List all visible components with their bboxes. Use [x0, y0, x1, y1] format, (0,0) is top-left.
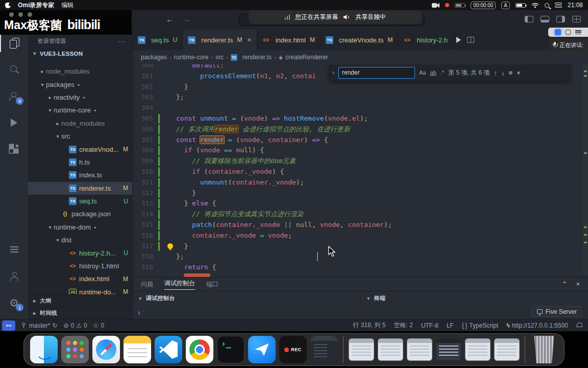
- dock-chrome-icon[interactable]: [186, 336, 213, 363]
- panel-close-icon[interactable]: ×: [576, 281, 580, 288]
- terminal-section[interactable]: ▾ 终端: [360, 291, 588, 305]
- nav-forward-icon[interactable]: →: [183, 15, 190, 24]
- indentation-status[interactable]: 空格: 2: [394, 321, 413, 330]
- dock-trash-icon[interactable]: [530, 336, 558, 363]
- stop-icon[interactable]: [566, 30, 571, 35]
- previous-match-icon[interactable]: ↑: [494, 69, 497, 77]
- match-case-icon[interactable]: Aa: [419, 70, 426, 76]
- tree-item-h.ts[interactable]: TSh.ts: [28, 156, 132, 169]
- code-editor[interactable]: 300 default:301 processElement(n1, n2, c…: [133, 64, 588, 277]
- account-icon[interactable]: [0, 263, 28, 289]
- tab-index.html[interactable]: <>index.htmlM: [257, 30, 321, 50]
- dock-window-thumbnail[interactable]: [349, 338, 374, 361]
- menu-app-name[interactable]: Omi录屏专家: [18, 1, 54, 10]
- tree-item-packages[interactable]: ▾packages●: [28, 78, 132, 90]
- dock-dingtalk-icon[interactable]: [248, 336, 276, 363]
- extensions-view-icon[interactable]: [0, 136, 28, 163]
- encoding-status[interactable]: UTF-8: [421, 322, 438, 329]
- lightbulb-icon[interactable]: [167, 243, 173, 249]
- tree-item-index.ts[interactable]: TSindex.ts: [28, 169, 132, 181]
- run-file-icon[interactable]: [456, 37, 461, 43]
- dock-launchpad-icon[interactable]: [61, 336, 89, 363]
- close-find-icon[interactable]: ×: [517, 69, 521, 77]
- debug-console-section[interactable]: ▾ 调试控制台: [133, 291, 360, 305]
- outline-section[interactable]: ▸ 大纲: [28, 294, 132, 307]
- camera-icon[interactable]: [432, 3, 439, 8]
- breadcrumb-src[interactable]: src: [215, 54, 224, 61]
- five-server-button[interactable]: Five Server: [532, 306, 582, 317]
- settings-gear-icon[interactable]: ⚙1: [0, 289, 28, 316]
- menubar-clock[interactable]: 21:08: [568, 2, 583, 9]
- menu-lines-icon[interactable]: [575, 30, 581, 34]
- problems-status[interactable]: ⊘ 0 ⚠ 0: [63, 322, 87, 329]
- outline-list-icon[interactable]: [0, 236, 28, 263]
- breadcrumb-symbol[interactable]: createRenderer: [285, 54, 328, 61]
- input-source-indicator[interactable]: A: [501, 2, 510, 9]
- tree-item-index.html[interactable]: <>index.htmlM: [28, 272, 132, 285]
- customize-layout-icon[interactable]: [572, 16, 581, 22]
- panel-maximize-icon[interactable]: ⌃: [562, 281, 567, 288]
- tree-item-dist[interactable]: ▾dist: [28, 234, 132, 246]
- tree-item-reactivity[interactable]: ▸reactivity●: [28, 91, 132, 104]
- dock-finder-icon[interactable]: [30, 336, 58, 363]
- find-in-selection-icon[interactable]: ≡: [508, 69, 512, 77]
- dock-safari-icon[interactable]: [92, 336, 120, 363]
- debug-console-prompt[interactable]: ›: [138, 308, 140, 316]
- breadcrumb-file[interactable]: renderer.ts: [242, 54, 272, 61]
- dock-window-thumbnail[interactable]: [494, 338, 520, 361]
- toggle-replace-icon[interactable]: ›: [332, 69, 334, 76]
- split-editor-icon[interactable]: [467, 37, 474, 43]
- dock-window-thumbnail[interactable]: [465, 338, 491, 361]
- run-debug-view-icon[interactable]: [0, 109, 28, 136]
- dock-window-thumbnail[interactable]: [407, 338, 432, 361]
- panel-tab-ports[interactable]: 端口: [206, 280, 218, 289]
- dock-vscode-icon[interactable]: [155, 336, 182, 363]
- tree-item-package.json[interactable]: {}package.json: [28, 208, 132, 220]
- live-server-status[interactable]: ϟ http://127.0.0.1:5500: [506, 321, 568, 329]
- ports-status[interactable]: ☉ 0: [93, 322, 104, 329]
- cursor-position-status[interactable]: 行 318, 列 5: [353, 321, 386, 330]
- editor-scrollbar[interactable]: [583, 64, 588, 275]
- tree-item-runtime-core[interactable]: ▾runtime-core●: [28, 104, 132, 117]
- tab-createVnode.ts[interactable]: TScreateVnode.tsM: [321, 30, 398, 50]
- tree-item-renderer.ts[interactable]: TSrenderer.tsM: [28, 182, 132, 195]
- spotlight-search-icon[interactable]: [545, 3, 549, 8]
- workspace-root-folder[interactable]: ▾ VUE3-LESSON: [28, 47, 132, 60]
- breadcrumb-packages[interactable]: packages: [141, 54, 167, 61]
- wifi-icon[interactable]: [531, 3, 539, 8]
- tab-history-2.h[interactable]: <>history-2.h: [398, 30, 453, 50]
- dock-terminal-icon[interactable]: ›_: [217, 336, 244, 363]
- eol-status[interactable]: LF: [447, 322, 454, 329]
- tree-item-runtime-dom[interactable]: ▾runtime-dom●: [28, 221, 132, 234]
- tree-item-history-2.h...[interactable]: <>history-2.h...U: [28, 246, 132, 259]
- tree-item-node_modules[interactable]: ▸node_modules: [28, 65, 132, 78]
- nav-back-icon[interactable]: ←: [166, 15, 174, 24]
- find-input[interactable]: [338, 67, 415, 79]
- timeline-section[interactable]: ▸ 时间线: [28, 307, 132, 319]
- dock-window-thumbnail[interactable]: [378, 338, 403, 361]
- tree-item-createVnod...[interactable]: TScreateVnod...M: [28, 143, 132, 155]
- language-mode-status[interactable]: { } TypeScript: [462, 322, 498, 329]
- tab-seq.ts[interactable]: TSseq.tsU: [133, 30, 183, 50]
- git-branch-status[interactable]: master* ↻: [21, 322, 57, 329]
- close-tab-icon[interactable]: ×: [248, 36, 252, 44]
- panel-tab-debug-console[interactable]: 调试控制台: [164, 279, 195, 290]
- panel-tab-problems[interactable]: 问题: [141, 280, 153, 289]
- tree-item-histroy-1.html[interactable]: <>histroy-1.html: [28, 260, 132, 272]
- regex-icon[interactable]: .*: [440, 70, 444, 76]
- breadcrumb-runtime-core[interactable]: runtime-core: [174, 54, 208, 61]
- whole-word-icon[interactable]: ab: [430, 70, 436, 76]
- apple-menu-icon[interactable]: [5, 2, 11, 8]
- tree-item-node_modules[interactable]: ▸node_modules: [28, 117, 132, 130]
- dock-notes-icon[interactable]: [124, 336, 151, 363]
- dock-screen-recorder-icon[interactable]: REC: [279, 336, 307, 363]
- tab-renderer.ts[interactable]: TSrenderer.tsM×: [183, 30, 257, 50]
- toggle-sidebar-icon[interactable]: [525, 16, 533, 22]
- recording-timer[interactable]: 00:00:00: [471, 2, 496, 9]
- toggle-secondary-sidebar-icon[interactable]: [556, 16, 565, 22]
- recorder-toolbar[interactable]: [548, 28, 588, 37]
- dock-code-window-icon[interactable]: [310, 336, 338, 363]
- remote-indicator[interactable]: ><: [2, 320, 15, 331]
- accounts-view-icon[interactable]: 8: [0, 83, 28, 109]
- next-match-icon[interactable]: ↓: [501, 69, 505, 77]
